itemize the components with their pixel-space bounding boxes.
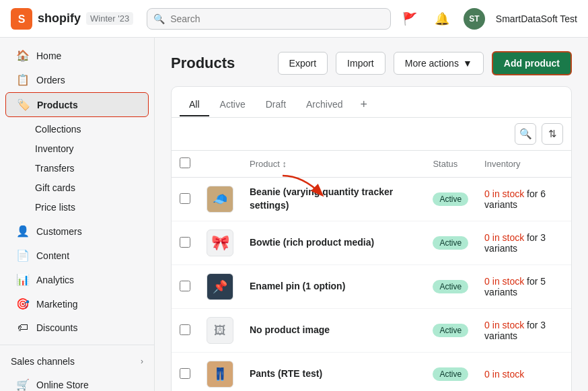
tab-archived[interactable]: Archived bbox=[297, 94, 352, 116]
sales-channels-section[interactable]: Sales channels › bbox=[0, 351, 154, 372]
page-header: Products Export Import More actions ▼ Ad… bbox=[171, 51, 572, 75]
sidebar-item-discounts-label: Discounts bbox=[36, 322, 77, 333]
row-checkbox[interactable] bbox=[180, 281, 190, 291]
inventory-text: 0 in stock for 6 variants bbox=[484, 188, 546, 210]
sort-button[interactable]: ⇅ bbox=[542, 123, 563, 145]
page-title: Products bbox=[171, 55, 270, 72]
products-table-section: All Active Draft Archived + 🔍 ⇅ bbox=[171, 86, 572, 391]
export-button[interactable]: Export bbox=[278, 52, 328, 75]
header-checkbox-col bbox=[172, 151, 198, 178]
products-icon: 🏷️ bbox=[17, 98, 30, 111]
header-status-col: Status bbox=[425, 151, 476, 178]
content-wrapper: Products Export Import More actions ▼ Ad… bbox=[155, 38, 588, 391]
sidebar-item-price-lists[interactable]: Price lists bbox=[30, 198, 149, 217]
search-input[interactable] bbox=[147, 8, 391, 30]
marketing-icon: 🎯 bbox=[16, 297, 30, 310]
status-badge: Active bbox=[433, 280, 468, 293]
sidebar-item-marketing-label: Marketing bbox=[36, 299, 77, 310]
table-row[interactable]: 🧢Beanie (varying quantity tracker settin… bbox=[172, 178, 571, 221]
table-row[interactable]: 🎀Bowtie (rich product media)Active0 in s… bbox=[172, 221, 571, 265]
sidebar-item-online-store[interactable]: 🛒 Online Store bbox=[5, 373, 149, 391]
sidebar-divider bbox=[0, 345, 154, 345]
product-thumbnail: 🎀 bbox=[207, 229, 233, 256]
import-button[interactable]: Import bbox=[336, 52, 385, 75]
sidebar-item-content-label: Content bbox=[36, 250, 69, 261]
tab-draft[interactable]: Draft bbox=[256, 94, 295, 116]
product-thumbnail: 👖 bbox=[207, 361, 233, 388]
inventory-text: 0 in stock for 3 variants bbox=[484, 320, 546, 341]
header-image-col bbox=[198, 151, 242, 178]
sidebar-item-products[interactable]: 🏷️ Products bbox=[5, 92, 149, 117]
sidebar-item-orders-label: Orders bbox=[36, 75, 65, 85]
table-row[interactable]: 🖼No product imageActive0 in stock for 3 … bbox=[172, 309, 571, 353]
bell-button[interactable]: 🔔 bbox=[431, 8, 453, 30]
add-product-button[interactable]: Add product bbox=[492, 51, 572, 75]
status-badge: Active bbox=[433, 236, 468, 250]
sidebar-item-transfers[interactable]: Transfers bbox=[30, 159, 149, 178]
tab-add-button[interactable]: + bbox=[354, 92, 375, 117]
header-inventory-col: Inventory bbox=[476, 151, 571, 178]
row-checkbox[interactable] bbox=[180, 324, 190, 335]
sidebar: 🏠 Home 📋 Orders 🏷️ Products Collections … bbox=[0, 38, 155, 391]
version-label: Winter '23 bbox=[86, 12, 133, 25]
table-header-row: Product ↕ Status Inventory bbox=[172, 151, 571, 178]
more-actions-button[interactable]: More actions ▼ bbox=[394, 52, 484, 75]
product-name: Pants (RTE test) bbox=[250, 368, 322, 379]
shopify-wordmark: shopify bbox=[38, 11, 81, 26]
sidebar-item-customers[interactable]: 👤 Customers bbox=[5, 219, 149, 243]
sidebar-item-content[interactable]: 📄 Content bbox=[5, 244, 149, 267]
logo-area: S shopify Winter '23 bbox=[11, 8, 133, 30]
select-all-checkbox[interactable] bbox=[180, 157, 190, 168]
sidebar-item-marketing[interactable]: 🎯 Marketing bbox=[5, 292, 149, 316]
avatar[interactable]: ST bbox=[464, 8, 485, 30]
row-checkbox[interactable] bbox=[180, 193, 190, 204]
sidebar-item-customers-label: Customers bbox=[36, 226, 82, 237]
flag-button[interactable]: 🚩 bbox=[399, 8, 420, 30]
main-content: Products Export Import More actions ▼ Ad… bbox=[155, 38, 588, 391]
tab-active[interactable]: Active bbox=[211, 94, 255, 116]
tabs-bar: All Active Draft Archived + bbox=[171, 86, 572, 118]
search-box[interactable]: 🔍 bbox=[147, 8, 391, 30]
row-checkbox[interactable] bbox=[180, 237, 190, 248]
sidebar-item-analytics[interactable]: 📊 Analytics bbox=[5, 268, 149, 291]
discounts-icon: 🏷 bbox=[16, 322, 30, 334]
sidebar-item-inventory[interactable]: Inventory bbox=[30, 139, 149, 158]
product-thumbnail: 📌 bbox=[207, 273, 233, 300]
status-badge: Active bbox=[433, 324, 468, 337]
analytics-icon: 📊 bbox=[16, 273, 30, 286]
orders-icon: 📋 bbox=[16, 73, 30, 86]
sidebar-item-discounts[interactable]: 🏷 Discounts bbox=[5, 316, 149, 339]
svg-text:S: S bbox=[18, 13, 26, 25]
table-toolbar: 🔍 ⇅ bbox=[172, 118, 571, 151]
sidebar-item-gift-cards[interactable]: Gift cards bbox=[30, 178, 149, 197]
product-name: No product image bbox=[250, 324, 330, 335]
tab-all[interactable]: All bbox=[180, 94, 209, 116]
inventory-text: 0 in stock for 3 variants bbox=[484, 232, 546, 254]
products-table: Product ↕ Status Inventory 🧢Beanie (vary… bbox=[172, 151, 571, 391]
status-badge: Active bbox=[433, 192, 468, 206]
search-filter-button[interactable]: 🔍 bbox=[515, 123, 536, 145]
table-row[interactable]: 👖Pants (RTE test)Active0 in stock bbox=[172, 353, 571, 392]
sidebar-products-submenu: Collections Inventory Transfers Gift car… bbox=[0, 118, 154, 219]
content-icon: 📄 bbox=[16, 249, 30, 262]
inventory-text: 0 in stock for 5 variants bbox=[484, 276, 546, 297]
sales-channels-label: Sales channels bbox=[11, 356, 75, 367]
table-row[interactable]: 📌Enamel pin (1 option)Active0 in stock f… bbox=[172, 265, 571, 309]
header-product-col[interactable]: Product ↕ bbox=[242, 151, 425, 178]
shopify-logo: S bbox=[11, 8, 32, 30]
product-thumbnail: 🖼 bbox=[207, 317, 233, 344]
product-thumbnail: 🧢 bbox=[207, 186, 233, 213]
sales-channels-chevron: › bbox=[141, 357, 143, 366]
sidebar-item-orders[interactable]: 📋 Orders bbox=[5, 68, 149, 92]
row-checkbox[interactable] bbox=[180, 368, 190, 379]
product-name: Beanie (varying quantity tracker setting… bbox=[250, 186, 393, 211]
product-name: Enamel pin (1 option) bbox=[250, 281, 345, 291]
user-name: SmartDataSoft Test bbox=[496, 13, 577, 24]
products-tbody: 🧢Beanie (varying quantity tracker settin… bbox=[172, 178, 571, 392]
inventory-text: 0 in stock bbox=[484, 369, 524, 380]
sidebar-item-home[interactable]: 🏠 Home bbox=[5, 44, 149, 67]
sidebar-item-products-label: Products bbox=[37, 100, 78, 110]
sidebar-item-online-store-label: Online Store bbox=[36, 380, 89, 390]
sidebar-item-collections[interactable]: Collections bbox=[30, 120, 149, 139]
inventory-count: 0 in stock bbox=[484, 232, 524, 243]
